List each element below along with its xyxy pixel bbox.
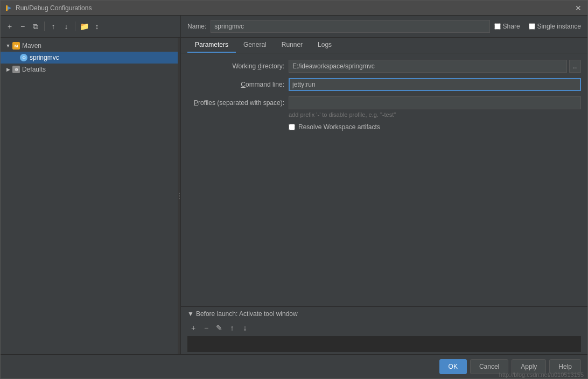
before-launch-header[interactable]: ▼ Before launch: Activate tool window: [181, 307, 587, 321]
tree-item-defaults[interactable]: ▶ ⚙ Defaults: [1, 64, 180, 75]
tab-parameters[interactable]: Parameters: [187, 38, 236, 53]
splitter-handle[interactable]: [178, 38, 180, 354]
single-instance-checkbox[interactable]: [529, 23, 535, 30]
add-config-button[interactable]: +: [4, 20, 16, 32]
tree-item-springmvc[interactable]: ⚙ springmvc: [1, 52, 180, 64]
parameters-panel: Working directory: ... Command line:: [181, 53, 587, 306]
working-directory-input[interactable]: [289, 60, 567, 73]
dialog-title: Run/Debug Configurations: [16, 4, 92, 12]
share-checkbox-label[interactable]: Share: [494, 23, 520, 30]
profiles-hint: add prefix '-' to disable profile, e.g. …: [187, 111, 581, 118]
before-launch-section: ▼ Before launch: Activate tool window + …: [181, 306, 587, 354]
working-directory-browse-btn[interactable]: ...: [569, 60, 581, 73]
maven-label: Maven: [22, 42, 41, 50]
config-tree: ▼ M Maven ⚙ springmvc ▶ ⚙: [1, 38, 181, 354]
before-launch-add-btn[interactable]: +: [187, 322, 199, 334]
name-label: Name:: [187, 23, 206, 30]
resolve-artifacts-checkbox[interactable]: [289, 124, 295, 130]
before-launch-toolbar: + − ✎ ↑ ↓: [181, 321, 587, 335]
tab-runner[interactable]: Runner: [274, 38, 310, 53]
before-launch-arrow: ▼: [187, 310, 194, 318]
command-line-label: Command line:: [187, 81, 284, 88]
maven-icon: M: [12, 42, 20, 50]
working-directory-label: Working directory:: [187, 62, 284, 70]
tab-general[interactable]: General: [236, 38, 274, 53]
command-line-row: Command line:: [187, 78, 581, 91]
share-checkbox[interactable]: [494, 23, 501, 30]
profiles-row: Profiles (separated with space):: [187, 96, 581, 109]
before-launch-down-btn[interactable]: ↓: [239, 322, 251, 334]
tree-item-maven[interactable]: ▼ M Maven: [1, 40, 180, 52]
ok-button[interactable]: OK: [439, 359, 467, 374]
resolve-artifacts-row: Resolve Workspace artifacts: [187, 123, 581, 131]
single-instance-label: Single instance: [537, 23, 581, 30]
move-up-button[interactable]: ↑: [47, 20, 59, 32]
watermark: http://blog.csdn.net/u010513155: [499, 371, 584, 378]
close-button[interactable]: ✕: [573, 3, 583, 13]
tabs-row: Parameters General Runner Logs: [181, 38, 587, 53]
springmvc-label: springmvc: [30, 54, 59, 61]
working-directory-row: Working directory: ...: [187, 60, 581, 73]
before-launch-edit-btn[interactable]: ✎: [213, 322, 225, 334]
defaults-icon: ⚙: [12, 66, 20, 73]
command-line-input[interactable]: [289, 78, 581, 91]
copy-config-button[interactable]: ⧉: [30, 20, 41, 32]
profiles-input[interactable]: [289, 96, 581, 109]
folder-button[interactable]: 📁: [78, 20, 90, 32]
remove-config-button[interactable]: −: [17, 20, 29, 32]
before-launch-title: Before launch: Activate tool window: [196, 310, 298, 318]
tab-logs[interactable]: Logs: [310, 38, 339, 53]
name-input[interactable]: [211, 20, 489, 33]
title-bar: Run/Debug Configurations ✕: [1, 1, 587, 16]
move-down-button[interactable]: ↓: [60, 20, 72, 32]
before-launch-list: [187, 336, 581, 352]
defaults-label: Defaults: [22, 66, 46, 73]
app-icon: [5, 4, 12, 12]
defaults-expand-arrow[interactable]: ▶: [5, 66, 11, 73]
before-launch-remove-btn[interactable]: −: [200, 322, 212, 334]
maven-expand-arrow[interactable]: ▼: [5, 43, 11, 49]
sort-button[interactable]: ↕: [91, 20, 103, 32]
resolve-artifacts-label: Resolve Workspace artifacts: [298, 123, 380, 131]
toolbar-separator-1: [44, 22, 45, 31]
profiles-label: Profiles (separated with space):: [187, 99, 284, 107]
single-instance-checkbox-label[interactable]: Single instance: [529, 23, 581, 30]
share-label: Share: [503, 23, 520, 30]
svg-rect-1: [6, 5, 8, 11]
before-launch-up-btn[interactable]: ↑: [226, 322, 238, 334]
springmvc-icon: ⚙: [20, 54, 27, 61]
toolbar-separator-2: [75, 22, 75, 31]
